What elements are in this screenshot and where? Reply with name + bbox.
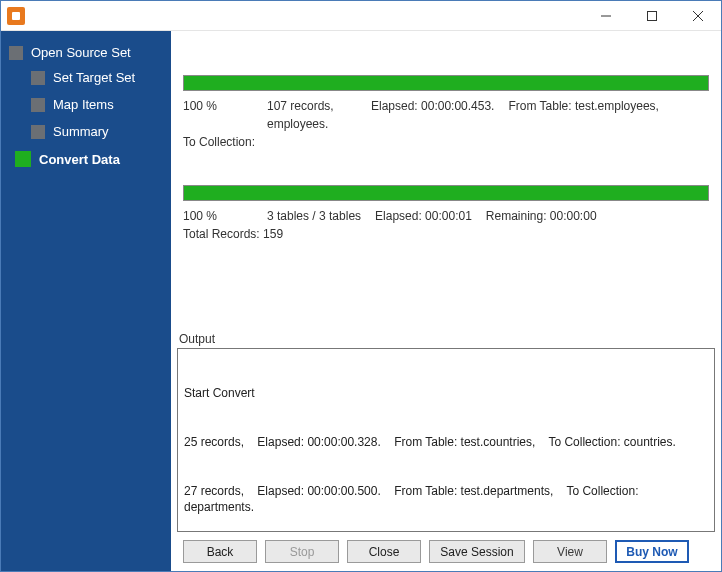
progress2-total: Total Records: 159 [183, 225, 283, 243]
stop-button[interactable]: Stop [265, 540, 339, 563]
progress-info-1: 100 % 107 records, employees. Elapsed: 0… [183, 97, 709, 151]
progress2-percent: 100 % [183, 207, 253, 225]
app-icon [7, 7, 25, 25]
body: Open Source Set Set Target Set Map Items… [1, 31, 721, 571]
save-session-button[interactable]: Save Session [429, 540, 525, 563]
buy-now-button[interactable]: Buy Now [615, 540, 689, 563]
app-window: Open Source Set Set Target Set Map Items… [0, 0, 722, 572]
maximize-button[interactable] [629, 1, 675, 31]
sidebar-item-label: Set Target Set [53, 70, 135, 85]
output-line: Start Convert [184, 385, 708, 401]
sidebar-item-label: Convert Data [39, 152, 120, 167]
output-line: 25 records, Elapsed: 00:00:00.328. From … [184, 434, 708, 450]
maximize-icon [647, 11, 657, 21]
minimize-icon [601, 11, 611, 21]
progress-info-2: 100 % 3 tables / 3 tables Elapsed: 00:00… [183, 207, 709, 243]
progress1-records: 107 records, employees. [267, 97, 357, 133]
progress-section: 100 % 107 records, employees. Elapsed: 0… [177, 35, 715, 332]
progress1-to: To Collection: [183, 133, 255, 151]
sidebar-item-set-target[interactable]: Set Target Set [1, 64, 171, 91]
active-step-icon [15, 151, 31, 167]
close-dialog-button[interactable]: Close [347, 540, 421, 563]
sidebar-item-label: Map Items [53, 97, 114, 112]
step-icon [9, 46, 23, 60]
close-icon [693, 11, 703, 21]
main-panel: 100 % 107 records, employees. Elapsed: 0… [171, 31, 721, 571]
button-bar: Back Stop Close Save Session View Buy No… [177, 532, 715, 565]
progress-bar-2 [183, 185, 709, 201]
wizard-sidebar: Open Source Set Set Target Set Map Items… [1, 31, 171, 571]
output-line: 27 records, Elapsed: 00:00:00.500. From … [184, 483, 708, 515]
titlebar [1, 1, 721, 31]
sidebar-item-convert-data[interactable]: Convert Data [1, 145, 171, 173]
back-button[interactable]: Back [183, 540, 257, 563]
svg-rect-1 [648, 11, 657, 20]
output-section: Output Start Convert 25 records, Elapsed… [177, 332, 715, 532]
minimize-button[interactable] [583, 1, 629, 31]
step-icon [31, 125, 45, 139]
progress1-percent: 100 % [183, 97, 253, 133]
progress2-elapsed: Elapsed: 00:00:01 [375, 207, 472, 225]
sidebar-item-summary[interactable]: Summary [1, 118, 171, 145]
step-icon [31, 98, 45, 112]
close-button[interactable] [675, 1, 721, 31]
output-label: Output [177, 332, 715, 348]
progress2-tables: 3 tables / 3 tables [267, 207, 361, 225]
progress2-remaining: Remaining: 00:00:00 [486, 207, 597, 225]
sidebar-root-open-source[interactable]: Open Source Set [1, 41, 171, 64]
progress1-elapsed: Elapsed: 00:00:00.453. [371, 97, 494, 133]
progress1-from: From Table: test.employees, [508, 97, 659, 133]
sidebar-item-map-items[interactable]: Map Items [1, 91, 171, 118]
sidebar-root-label: Open Source Set [31, 45, 131, 60]
progress-bar-1 [183, 75, 709, 91]
output-log[interactable]: Start Convert 25 records, Elapsed: 00:00… [177, 348, 715, 532]
sidebar-item-label: Summary [53, 124, 109, 139]
step-icon [31, 71, 45, 85]
view-button[interactable]: View [533, 540, 607, 563]
